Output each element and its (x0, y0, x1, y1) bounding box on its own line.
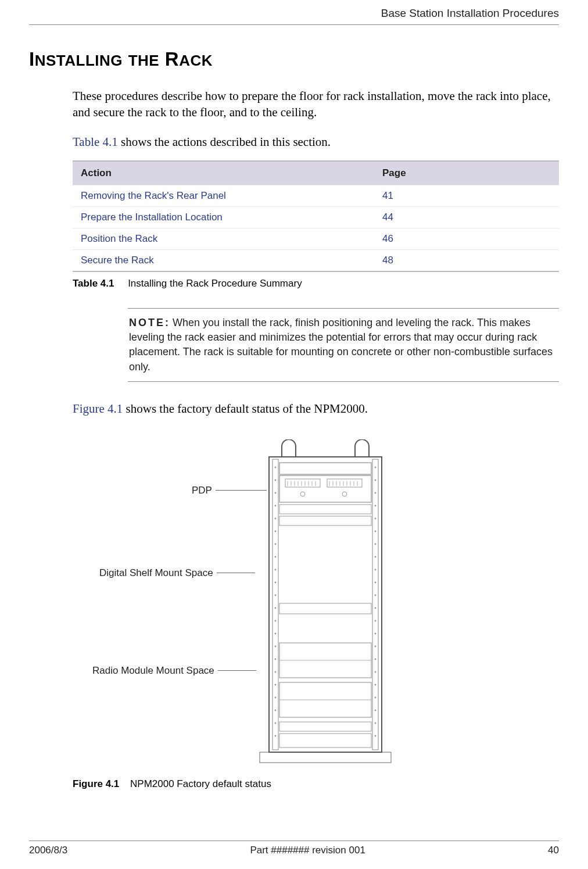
svg-point-48 (375, 530, 377, 532)
action-link[interactable]: Removing the Rack's Rear Panel (73, 185, 374, 207)
svg-point-51 (275, 556, 277, 557)
svg-point-49 (275, 543, 277, 545)
figure-ref-link[interactable]: Figure 4.1 (73, 402, 123, 416)
section-heading: INSTALLING THE RACK (29, 48, 559, 70)
footer-page-number: 40 (548, 845, 559, 856)
svg-point-58 (375, 594, 377, 596)
action-link[interactable]: Prepare the Installation Location (73, 207, 374, 228)
svg-point-42 (375, 492, 377, 493)
svg-point-79 (275, 735, 277, 736)
svg-point-77 (275, 722, 277, 724)
svg-rect-1 (269, 457, 382, 752)
figure-caption: Figure 4.1 NPM2000 Factory default statu… (73, 778, 559, 790)
table-row: Prepare the Installation Location 44 (73, 207, 559, 228)
note-label: NOTE: (129, 317, 170, 328)
table-caption: Table 4.1 Installing the Rack Procedure … (73, 278, 559, 289)
table-row: Position the Rack 46 (73, 228, 559, 250)
svg-point-53 (275, 568, 277, 570)
svg-point-46 (375, 517, 377, 519)
svg-point-71 (275, 684, 277, 685)
svg-point-69 (275, 671, 277, 673)
col-header-page: Page (374, 161, 559, 185)
svg-point-60 (375, 607, 377, 609)
table-caption-text: Installing the Rack Procedure Summary (128, 278, 302, 289)
svg-point-73 (275, 696, 277, 698)
figure-reference-paragraph: Figure 4.1 shows the factory default sta… (73, 402, 559, 416)
page-link[interactable]: 46 (374, 228, 559, 250)
svg-point-40 (375, 479, 377, 481)
header-rule (29, 24, 559, 25)
table-reference-paragraph: Table 4.1 shows the actions described in… (73, 134, 559, 150)
svg-point-62 (375, 620, 377, 621)
footer-rule (29, 841, 559, 841)
rack-diagram-icon (259, 439, 392, 765)
svg-point-68 (375, 658, 377, 660)
svg-point-75 (275, 709, 277, 711)
svg-point-44 (375, 505, 377, 506)
svg-point-72 (375, 684, 377, 685)
figure-ref-rest: shows the factory default status of the … (123, 402, 368, 416)
svg-point-76 (375, 709, 377, 711)
svg-point-70 (375, 671, 377, 673)
svg-point-52 (375, 556, 377, 557)
body: These procedures describe how to prepare… (73, 88, 559, 768)
callout-radio-module: Radio Module Mount Space (92, 665, 256, 677)
svg-point-37 (275, 466, 277, 468)
page-link[interactable]: 44 (374, 207, 559, 228)
svg-point-43 (275, 505, 277, 506)
svg-point-56 (375, 581, 377, 583)
svg-point-39 (275, 479, 277, 481)
table-row: Secure the Rack 48 (73, 250, 559, 272)
procedure-summary-table: Action Page Removing the Rack's Rear Pan… (73, 160, 559, 272)
footer-date: 2006/8/3 (29, 845, 67, 856)
svg-point-38 (375, 466, 377, 468)
page-link[interactable]: 41 (374, 185, 559, 207)
note-text: When you install the rack, finish positi… (129, 317, 553, 373)
page: Base Station Installation Procedures INS… (0, 0, 588, 869)
svg-point-41 (275, 492, 277, 493)
svg-point-61 (275, 620, 277, 621)
svg-point-50 (375, 543, 377, 545)
callout-line-icon (217, 573, 255, 573)
svg-point-80 (375, 735, 377, 736)
svg-point-78 (375, 722, 377, 724)
figure-caption-text: NPM2000 Factory default status (130, 778, 271, 789)
action-link[interactable]: Secure the Rack (73, 250, 374, 272)
svg-point-59 (275, 607, 277, 609)
callout-pdp: PDP (192, 485, 267, 496)
svg-point-64 (375, 632, 377, 634)
svg-point-63 (275, 632, 277, 634)
svg-point-66 (375, 645, 377, 647)
svg-point-65 (275, 645, 277, 647)
table-caption-label: Table 4.1 (73, 278, 114, 289)
running-header: Base Station Installation Procedures (29, 0, 559, 24)
svg-point-54 (375, 568, 377, 570)
svg-point-74 (375, 696, 377, 698)
table-ref-link[interactable]: Table 4.1 (73, 135, 118, 149)
col-header-action: Action (73, 161, 374, 185)
page-link[interactable]: 48 (374, 250, 559, 272)
action-link[interactable]: Position the Rack (73, 228, 374, 250)
callout-digital-shelf-label: Digital Shelf Mount Space (99, 567, 213, 579)
footer-part-number: Part ####### revision 001 (250, 845, 365, 856)
svg-point-57 (275, 594, 277, 596)
svg-point-67 (275, 658, 277, 660)
note-box: NOTE:When you install the rack, finish p… (128, 308, 559, 382)
svg-point-55 (275, 581, 277, 583)
table-ref-rest: shows the actions described in this sect… (118, 135, 331, 149)
figure-caption-label: Figure 4.1 (73, 778, 119, 789)
svg-point-45 (275, 517, 277, 519)
callout-line-icon (218, 670, 256, 671)
svg-rect-0 (260, 752, 391, 763)
callout-pdp-label: PDP (192, 485, 212, 496)
figure-wrap: PDP Digital Shelf Mount Space Radio Modu… (73, 439, 559, 768)
intro-paragraph: These procedures describe how to prepare… (73, 88, 559, 121)
callout-digital-shelf: Digital Shelf Mount Space (99, 567, 255, 579)
callout-radio-module-label: Radio Module Mount Space (92, 665, 214, 677)
svg-point-47 (275, 530, 277, 532)
page-footer: 2006/8/3 Part ####### revision 001 40 (0, 836, 588, 857)
table-row: Removing the Rack's Rear Panel 41 (73, 185, 559, 207)
